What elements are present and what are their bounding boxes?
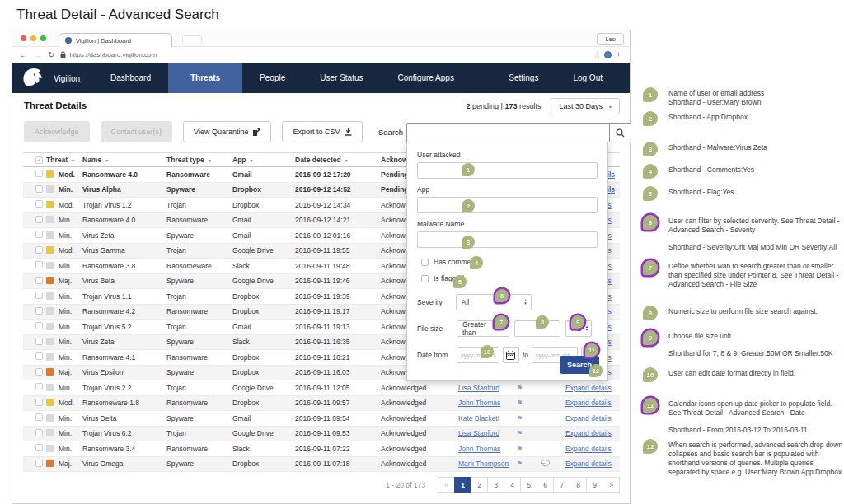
page-button-4[interactable]: 4 xyxy=(504,477,521,493)
date-detected: 2016-09-11 12:05 xyxy=(295,384,381,392)
nav-item-people[interactable]: People xyxy=(242,63,302,93)
flag-icon[interactable]: ⚑ xyxy=(516,384,523,392)
nav-brand[interactable]: Vigilion xyxy=(54,74,80,83)
acknowledged-status: Acknowledged xyxy=(381,429,458,437)
row-checkbox[interactable] xyxy=(35,216,43,223)
search-submit-button[interactable] xyxy=(609,124,631,142)
row-checkbox[interactable] xyxy=(35,261,43,268)
magnifier-icon xyxy=(616,128,625,138)
nav-item-configure-apps[interactable]: Configure Apps xyxy=(381,63,471,93)
flag-icon[interactable]: ⚑ xyxy=(516,460,523,468)
column-header-date-detected[interactable]: Date detected▾ xyxy=(295,156,381,164)
reload-icon[interactable]: ↻ xyxy=(48,51,54,59)
row-checkbox[interactable] xyxy=(35,352,43,360)
prev-page-button[interactable]: « xyxy=(438,477,455,493)
page-button-2[interactable]: 2 xyxy=(471,477,488,493)
flag-icon[interactable]: ⚑ xyxy=(516,445,523,453)
expand-details-link[interactable]: Expand details xyxy=(565,460,612,468)
user-link[interactable]: John Thomas xyxy=(458,445,500,453)
row-checkbox[interactable] xyxy=(35,413,43,421)
search-input[interactable] xyxy=(407,124,609,142)
flag-icon[interactable]: ⚑ xyxy=(516,429,523,437)
user-link[interactable]: John Thomas xyxy=(458,399,500,407)
page-button-7[interactable]: 7 xyxy=(553,477,570,493)
severity-select[interactable]: All ▲▼ xyxy=(456,294,532,310)
new-tab-button[interactable] xyxy=(182,35,202,44)
select-all-checkbox[interactable]: ✓ xyxy=(35,156,43,164)
download-icon xyxy=(345,128,352,136)
user-link[interactable]: Kate Blackett xyxy=(458,414,499,422)
vigilion-favicon-icon xyxy=(65,37,72,44)
expand-details-link[interactable]: Expand details xyxy=(565,384,612,392)
row-checkbox[interactable] xyxy=(35,368,43,376)
user-attacked-input[interactable] xyxy=(417,162,598,179)
flag-icon[interactable]: ⚑ xyxy=(516,399,523,407)
bookmark-star-icon[interactable]: ☆ xyxy=(593,50,601,59)
row-checkbox[interactable] xyxy=(35,399,43,406)
row-checkbox[interactable] xyxy=(35,322,43,329)
next-page-button[interactable]: » xyxy=(603,477,620,493)
is-flagged-checkbox[interactable] xyxy=(421,275,429,282)
row-checkbox[interactable] xyxy=(35,277,43,284)
row-checkbox[interactable] xyxy=(35,383,43,390)
acknowledge-button[interactable]: Acknowledge xyxy=(24,121,90,142)
user-link[interactable]: Lisa Stanford xyxy=(458,384,499,392)
column-header-threat[interactable]: Threat▾ xyxy=(46,156,82,164)
app-input[interactable] xyxy=(417,197,598,213)
nav-item-settings[interactable]: Settings xyxy=(491,63,556,93)
browser-tab[interactable]: Vigilion | Dashboard xyxy=(59,33,172,47)
nav-item-user-status[interactable]: User Status xyxy=(302,63,380,93)
expand-details-link[interactable]: Expand details xyxy=(565,399,612,407)
maximize-window-button[interactable] xyxy=(40,35,46,41)
expand-details-link[interactable]: Expand details xyxy=(565,445,612,453)
row-checkbox[interactable] xyxy=(35,338,43,345)
nav-item-dashboard[interactable]: Dashboard xyxy=(93,63,168,93)
row-checkbox[interactable] xyxy=(35,429,43,436)
page-button-9[interactable]: 9 xyxy=(586,477,603,493)
row-checkbox[interactable] xyxy=(35,444,43,451)
flag-icon[interactable]: ⚑ xyxy=(516,414,523,422)
nav-item-log-out[interactable]: Log Out xyxy=(556,63,620,93)
expand-details-link[interactable]: Expand details xyxy=(565,429,612,437)
close-window-button[interactable] xyxy=(21,35,26,41)
extension-icon[interactable] xyxy=(604,51,612,58)
row-checkbox[interactable] xyxy=(35,200,43,208)
browser-profile-chip[interactable]: Leo xyxy=(597,33,624,45)
page-button-6[interactable]: 6 xyxy=(537,477,554,493)
column-header-threat-type[interactable]: Threat type▾ xyxy=(166,156,232,164)
row-checkbox[interactable] xyxy=(35,460,43,467)
export-csv-button[interactable]: Export to CSV xyxy=(282,121,363,142)
row-checkbox[interactable] xyxy=(35,307,43,315)
page-button-3[interactable]: 3 xyxy=(487,477,504,493)
expand-details-link[interactable]: Expand details xyxy=(565,414,612,422)
date-from-calendar-button[interactable] xyxy=(503,347,519,363)
malware-name-input[interactable] xyxy=(417,231,598,248)
app-name: Slack xyxy=(232,338,295,346)
user-link[interactable]: Mark Thompson xyxy=(458,460,509,468)
chevron-down-icon: ▾ xyxy=(609,104,612,110)
user-link[interactable]: Lisa Stanford xyxy=(458,429,499,437)
date-range-dropdown[interactable]: Last 30 Days ▾ xyxy=(551,98,620,114)
forward-icon[interactable]: → xyxy=(34,51,42,59)
page-button-1[interactable]: 1 xyxy=(454,477,471,493)
browser-menu-icon[interactable]: ⋮ xyxy=(615,51,622,59)
view-quarantine-button[interactable]: View Quarantine xyxy=(183,121,271,142)
row-checkbox[interactable] xyxy=(35,246,43,254)
row-checkbox[interactable] xyxy=(35,292,43,299)
column-header-app[interactable]: App▾ xyxy=(232,156,295,164)
row-checkbox[interactable] xyxy=(35,185,43,193)
contact-users-button[interactable]: Contact user(s) xyxy=(101,121,173,142)
page-button-8[interactable]: 8 xyxy=(570,477,587,493)
url-bar[interactable]: https://dashboard.vigilion.com ☆ ⋮ xyxy=(60,50,622,59)
date-detected: 2016-09-12 17:20 xyxy=(295,170,381,179)
comment-icon[interactable] xyxy=(541,460,550,466)
has-comments-checkbox[interactable] xyxy=(421,259,429,266)
nav-item-threats[interactable]: Threats xyxy=(168,63,242,93)
row-checkbox[interactable] xyxy=(35,231,43,238)
column-header-name[interactable]: Name▾ xyxy=(82,156,166,164)
page-button-5[interactable]: 5 xyxy=(520,477,537,493)
minimize-window-button[interactable] xyxy=(30,35,36,41)
back-icon[interactable]: ← xyxy=(20,51,28,59)
row-checkbox[interactable] xyxy=(35,170,43,177)
threat-type: Spyware xyxy=(166,231,232,240)
